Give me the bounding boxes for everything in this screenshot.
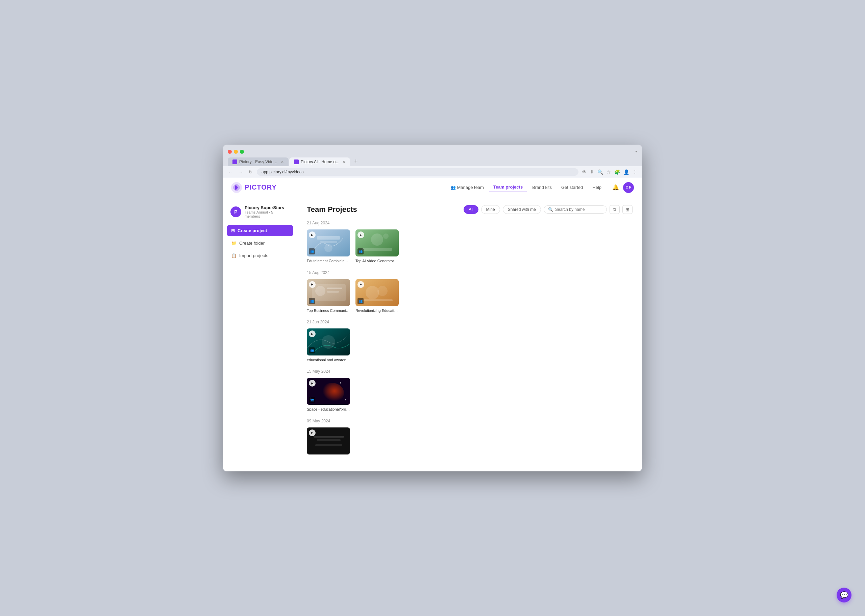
nav-get-started[interactable]: Get started	[557, 183, 587, 192]
project-card-p3[interactable]: ▶ 👥 Top Business Communicatio...	[307, 279, 350, 313]
team-avatar: P	[231, 206, 241, 217]
refresh-button[interactable]: ↻	[247, 169, 254, 175]
create-folder-button[interactable]: 📁 Create folder	[227, 237, 293, 249]
play-button-p7[interactable]: ▶	[309, 429, 316, 436]
date-section-3: 15 May 2024	[307, 369, 633, 412]
forward-button[interactable]: →	[237, 169, 245, 175]
download-icon[interactable]: ⬇	[589, 169, 595, 175]
date-section-0: 21 Aug 2024	[307, 221, 633, 263]
search-icon: 🔍	[548, 207, 553, 212]
play-button-p5[interactable]: ▶	[309, 330, 316, 337]
projects-grid-4: ▶	[307, 427, 633, 457]
project-thumb-p2: ▶ 👥	[355, 229, 399, 256]
sidebar-team: P Pictory SuperStars Teams Annual · 5 me…	[227, 203, 293, 221]
project-name-p5: educational and awareness	[307, 358, 350, 362]
traffic-lights	[228, 150, 244, 154]
svg-point-19	[377, 286, 388, 296]
browser-window: ▾ Pictory - Easy Video Creation ✕ Pictor…	[223, 145, 642, 471]
import-icon: 📋	[231, 253, 237, 258]
zoom-icon[interactable]: 🔍	[597, 169, 604, 175]
filter-row: All Mine Shared with me 🔍 ⇅ ⊞	[463, 205, 633, 214]
sort-button[interactable]: ⇅	[609, 205, 620, 214]
address-input[interactable]	[257, 168, 578, 176]
extensions-icon[interactable]: 🧩	[614, 169, 621, 175]
project-thumb-p5: ▶ 👥	[307, 328, 350, 355]
maximize-button[interactable]	[240, 150, 244, 154]
collab-icon-p1: 👥	[309, 248, 315, 255]
user-avatar[interactable]: C P	[623, 182, 634, 193]
page-header: Team Projects All Mine Shared with me 🔍 …	[307, 205, 633, 214]
browser-actions: 👁 ⬇ 🔍 ☆ 🧩 👤 ⋮	[581, 169, 638, 175]
date-label-4: 09 May 2024	[307, 419, 633, 423]
date-label-2: 21 Jun 2024	[307, 320, 633, 324]
project-thumb-p6: ▶ 👥	[307, 378, 350, 405]
svg-rect-15	[327, 288, 342, 289]
svg-rect-31	[317, 439, 341, 441]
minimize-button[interactable]	[234, 150, 238, 154]
play-button-p3[interactable]: ▶	[309, 281, 316, 288]
date-section-1: 15 Aug 2024	[307, 270, 633, 313]
screenshot-icon[interactable]: 👁	[581, 169, 587, 175]
chat-fab[interactable]: 💬	[837, 588, 851, 602]
tab-2[interactable]: Pictory.AI - Home of AI Video... ✕	[289, 157, 350, 166]
import-projects-button[interactable]: 📋 Import projects	[227, 250, 293, 261]
nav-team-projects[interactable]: Team projects	[489, 182, 527, 192]
project-card-p1[interactable]: ▶ 👥 Edutainment Combining Fun ...	[307, 229, 350, 263]
svg-rect-6	[320, 241, 337, 243]
svg-point-11	[383, 234, 389, 239]
import-projects-label: Import projects	[239, 253, 268, 258]
project-thumb-p4: ▶ 👥	[355, 279, 399, 306]
profile-icon[interactable]: 👤	[623, 169, 630, 175]
tabs-row: Pictory - Easy Video Creation ✕ Pictory.…	[228, 156, 637, 166]
svg-point-7	[324, 244, 333, 252]
search-input[interactable]	[555, 207, 603, 212]
create-folder-label: Create folder	[239, 240, 265, 246]
nav-help[interactable]: Help	[588, 183, 606, 192]
projects-grid-3: ▶ 👥 Space - educational/project/...	[307, 378, 633, 412]
play-button-p4[interactable]: ▶	[358, 281, 364, 288]
menu-icon[interactable]: ⋮	[632, 169, 638, 175]
nav-manage-team[interactable]: 👥 Manage team	[447, 183, 488, 192]
project-name-p3: Top Business Communicatio...	[307, 308, 350, 313]
date-label-1: 15 Aug 2024	[307, 270, 633, 275]
project-card-p7[interactable]: ▶	[307, 427, 350, 457]
bell-wrap: 🔔	[611, 183, 620, 192]
tab-close-2[interactable]: ✕	[342, 160, 345, 164]
svg-point-14	[315, 286, 325, 296]
sidebar: P Pictory SuperStars Teams Annual · 5 me…	[223, 197, 297, 471]
svg-rect-16	[327, 291, 339, 292]
svg-point-9	[371, 234, 383, 246]
team-info: Pictory SuperStars Teams Annual · 5 memb…	[245, 205, 290, 218]
logo-icon	[231, 182, 242, 193]
project-card-p4[interactable]: ▶ 👥 Revolutionizing Education fo...	[355, 279, 399, 313]
tab-1[interactable]: Pictory - Easy Video Creation ✕	[228, 157, 289, 166]
filter-all[interactable]: All	[463, 205, 478, 214]
app-body: P Pictory SuperStars Teams Annual · 5 me…	[223, 197, 642, 471]
logo-area[interactable]: PICTORY	[231, 182, 277, 193]
nav-brand-kits[interactable]: Brand kits	[528, 183, 556, 192]
team-plan: Teams Annual · 5 members	[245, 210, 290, 218]
new-tab-button[interactable]: +	[351, 156, 361, 166]
svg-rect-32	[315, 444, 342, 446]
tab-favicon-2	[294, 159, 299, 164]
collab-icon-p5: 👥	[309, 347, 315, 354]
view-button[interactable]: ⊞	[622, 205, 633, 214]
filter-mine[interactable]: Mine	[481, 205, 500, 214]
tab-close-1[interactable]: ✕	[281, 160, 284, 164]
project-card-p5[interactable]: ▶ 👥 educational and awareness	[307, 328, 350, 362]
create-project-button[interactable]: ⊞ Create project	[227, 225, 293, 236]
back-button[interactable]: ←	[227, 169, 234, 175]
star-icon[interactable]: ☆	[606, 169, 612, 175]
notification-bell[interactable]: 🔔	[611, 183, 620, 192]
project-card-p6[interactable]: ▶ 👥 Space - educational/project/...	[307, 378, 350, 412]
projects-grid-2: ▶ 👥 educational and awareness	[307, 328, 633, 362]
app-navbar: PICTORY 👥 Manage team Team projects Bran…	[223, 178, 642, 197]
filter-shared[interactable]: Shared with me	[503, 205, 541, 214]
collab-icon-p6: 👥	[309, 397, 315, 403]
collab-icon-p3: 👥	[309, 298, 315, 304]
project-name-p6: Space - educational/project/...	[307, 407, 350, 412]
create-project-icon: ⊞	[231, 228, 235, 233]
date-label-0: 21 Aug 2024	[307, 221, 633, 225]
close-button[interactable]	[228, 150, 232, 154]
project-card-p2[interactable]: ▶ 👥 Top AI Video Generator Tool....	[355, 229, 399, 263]
